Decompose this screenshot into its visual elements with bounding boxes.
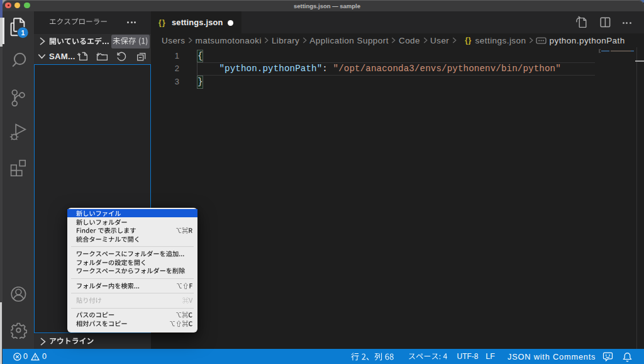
svg-text:1: 1 — [21, 29, 25, 37]
